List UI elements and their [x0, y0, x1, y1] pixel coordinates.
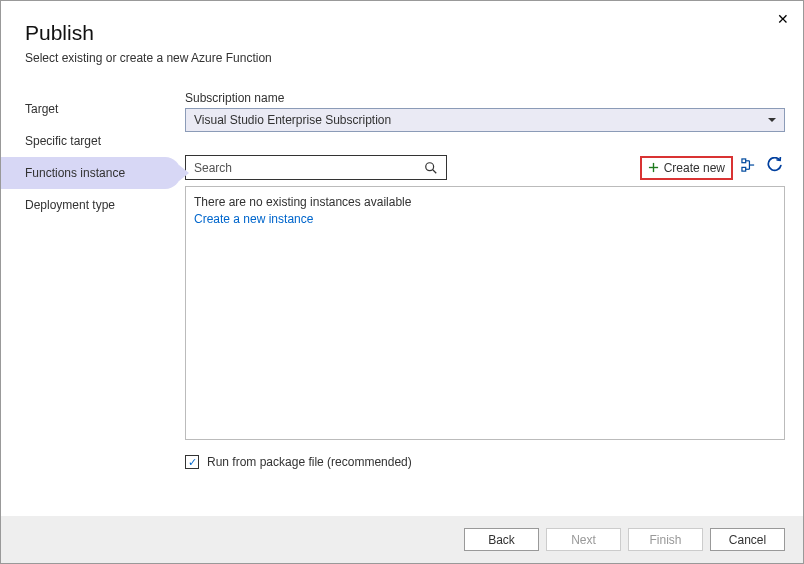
sidebar-item-label: Deployment type — [25, 198, 115, 212]
finish-button: Finish — [628, 528, 703, 551]
instances-list: There are no existing instances availabl… — [185, 186, 785, 440]
subscription-value: Visual Studio Enterprise Subscription — [194, 113, 391, 127]
svg-point-0 — [426, 162, 434, 170]
refresh-icon[interactable] — [764, 155, 785, 180]
sidebar-item-functions-instance[interactable]: Functions instance — [1, 157, 181, 189]
svg-rect-5 — [742, 167, 746, 171]
search-icon[interactable] — [424, 161, 438, 175]
sidebar-item-deployment-type[interactable]: Deployment type — [1, 189, 173, 221]
create-new-button[interactable]: Create new — [640, 156, 733, 180]
run-from-package-checkbox[interactable]: ✓ — [185, 455, 199, 469]
page-subtitle: Select existing or create a new Azure Fu… — [25, 51, 779, 65]
dialog-footer: Back Next Finish Cancel — [1, 516, 803, 563]
subscription-label: Subscription name — [185, 91, 785, 105]
tree-view-icon[interactable] — [739, 156, 758, 179]
checkbox-label: Run from package file (recommended) — [207, 455, 412, 469]
cancel-button[interactable]: Cancel — [710, 528, 785, 551]
plus-icon — [648, 162, 659, 173]
page-title: Publish — [25, 21, 779, 45]
sidebar-item-label: Specific target — [25, 134, 101, 148]
svg-rect-4 — [742, 159, 746, 163]
subscription-dropdown[interactable]: Visual Studio Enterprise Subscription — [185, 108, 785, 132]
back-button[interactable]: Back — [464, 528, 539, 551]
sidebar-item-specific-target[interactable]: Specific target — [1, 125, 173, 157]
search-box — [185, 155, 447, 180]
create-instance-link[interactable]: Create a new instance — [194, 212, 776, 226]
wizard-steps-sidebar: Target Specific target Functions instanc… — [1, 91, 173, 469]
sidebar-item-label: Functions instance — [25, 166, 125, 180]
dialog-header: Publish Select existing or create a new … — [1, 1, 803, 91]
search-input[interactable] — [194, 161, 424, 175]
sidebar-item-label: Target — [25, 102, 58, 116]
next-button: Next — [546, 528, 621, 551]
create-new-label: Create new — [664, 161, 725, 175]
close-icon[interactable]: ✕ — [773, 7, 793, 31]
empty-message: There are no existing instances availabl… — [194, 195, 776, 209]
sidebar-item-target[interactable]: Target — [1, 93, 173, 125]
svg-line-1 — [433, 169, 437, 173]
